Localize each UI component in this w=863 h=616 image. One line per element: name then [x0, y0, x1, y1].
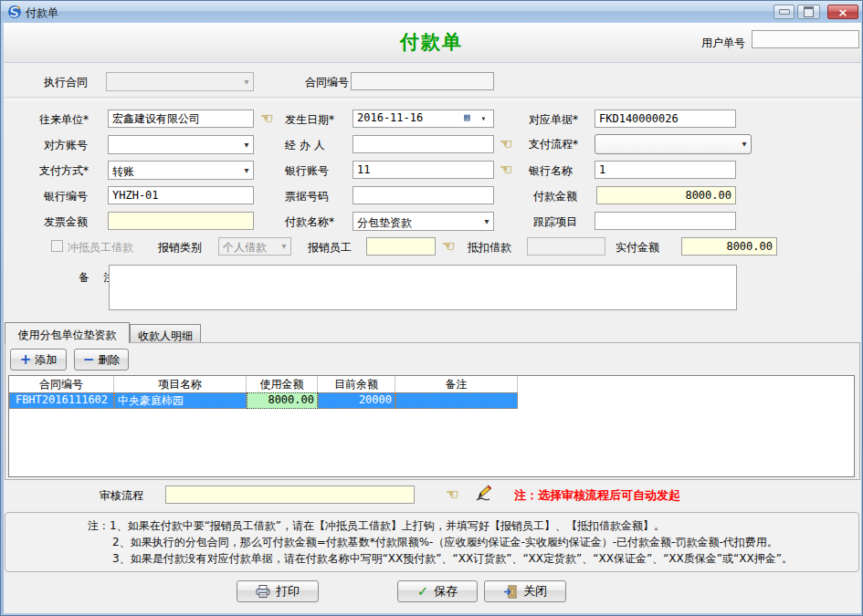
chevron-down-icon[interactable]: ▼: [244, 167, 248, 173]
table-header-project[interactable]: 项目名称: [114, 376, 247, 392]
deduct-loan-input: [527, 237, 605, 256]
cell-balance[interactable]: 20000: [318, 392, 395, 409]
chevron-down-icon[interactable]: ▼: [244, 141, 248, 148]
remark-textarea[interactable]: [109, 265, 737, 310]
door-exit-icon: [503, 585, 518, 599]
bill-no-label: 票据号码: [285, 189, 329, 204]
minimize-button[interactable]: [774, 5, 795, 19]
contract-no-label: 合同编号: [305, 75, 349, 90]
exec-contract-label: 执行合同: [44, 75, 88, 90]
table-header-remark[interactable]: 备注: [395, 376, 518, 392]
handler-input[interactable]: [353, 135, 494, 153]
track-project-label: 跟踪项目: [533, 214, 577, 230]
contract-no-input: [351, 72, 494, 90]
maximize-icon: [804, 6, 814, 17]
ref-doc-label: 对应单据*: [529, 112, 578, 128]
pay-amount-label: 付款金额: [533, 189, 577, 204]
chevron-down-icon: ▼: [244, 78, 248, 85]
counterparty-label: 往来单位*: [39, 112, 89, 128]
date-dropdown-arrow-icon[interactable]: ▼: [481, 115, 485, 121]
add-row-button[interactable]: + 添加: [10, 349, 67, 371]
opponent-account-combobox[interactable]: ▼: [108, 135, 254, 154]
ref-doc-input[interactable]: [595, 110, 736, 128]
invoice-amount-label: 发票金额: [44, 214, 88, 230]
chevron-down-icon: ▼: [281, 243, 286, 249]
minimize-icon: [779, 9, 790, 15]
deduct-loan-label: 抵扣借款: [468, 240, 511, 256]
counterparty-input[interactable]: [108, 110, 254, 128]
tab-payee-detail[interactable]: 收款人明细: [130, 324, 201, 343]
advance-table: 合同编号 项目名称 使用金额 目前余额 备注 FBHT2016111602 中央…: [8, 375, 855, 477]
audit-flow-note: 注：选择审核流程后可自动发起: [514, 487, 680, 504]
close-label: 关闭: [523, 583, 547, 600]
pay-amount-input[interactable]: [596, 186, 736, 204]
pay-method-combobox[interactable]: 转账 ▼: [108, 161, 254, 180]
chevron-down-icon[interactable]: ▼: [484, 218, 489, 224]
note-line-2: 2、如果执行的分包合同，那么可付款金额=付款基数*付款限额%-（应收履约保证金-…: [112, 535, 778, 550]
invoice-amount-input[interactable]: [108, 212, 254, 230]
close-window-button[interactable]: ×: [827, 5, 858, 19]
audit-flow-input[interactable]: [165, 485, 415, 504]
pay-name-value: 分包垫资款: [357, 216, 412, 229]
cell-remark[interactable]: [395, 392, 518, 409]
occur-date-input[interactable]: 2016-11-16 ▦ ▼: [353, 110, 494, 128]
reimburse-employee-input[interactable]: [366, 237, 436, 256]
user-no-input[interactable]: [752, 30, 859, 48]
bank-name-label: 银行名称: [529, 163, 573, 179]
pay-flow-label: 支付流程*: [529, 137, 578, 152]
print-button[interactable]: 打印: [237, 580, 319, 602]
table-header-contract-no[interactable]: 合同编号: [9, 376, 114, 392]
delete-row-button[interactable]: − 删除: [74, 349, 129, 371]
note-line-1: 注：1、如果在付款中要“报销员工借款”，请在【冲抵员工借款】上打钩，并填写好【报…: [88, 518, 665, 534]
cell-contract-no[interactable]: FBHT2016111602: [9, 392, 114, 409]
signature-pen-icon[interactable]: [475, 484, 493, 502]
note-line-3: 3、如果是付款没有对应付款单据，请在付款名称中写明“XX预付款”、“XX订货款”…: [112, 551, 793, 567]
audit-flow-label: 审核流程: [100, 488, 143, 504]
track-project-input[interactable]: [595, 212, 736, 230]
maximize-button[interactable]: [797, 5, 820, 19]
tab-label: 收款人明细: [138, 329, 193, 342]
printer-icon: [256, 585, 270, 598]
add-label: 添加: [35, 352, 57, 368]
cell-project[interactable]: 中央豪庭柿园: [114, 392, 247, 409]
window-frame-left: [1, 23, 4, 616]
counterparty-lookup-hand-icon[interactable]: ☜: [260, 111, 273, 126]
reimburse-type-value: 个人借款: [223, 241, 267, 254]
opponent-account-label: 对方账号: [44, 138, 88, 153]
reimburse-employee-lookup-hand-icon[interactable]: ☜: [442, 239, 455, 254]
offset-employee-loan-label: 冲抵员工借款: [68, 240, 133, 256]
chevron-down-icon[interactable]: ▼: [742, 141, 746, 147]
save-label: 保存: [434, 583, 458, 600]
pay-name-label: 付款名称*: [285, 214, 334, 230]
table-header-amount[interactable]: 使用金额: [247, 376, 318, 392]
minus-icon: −: [83, 353, 95, 367]
save-button[interactable]: ✓ 保存: [397, 580, 478, 602]
bill-no-input[interactable]: [353, 186, 494, 204]
bank-account-input[interactable]: [353, 161, 494, 179]
bank-name-input[interactable]: [595, 161, 736, 179]
divider: [1, 97, 863, 100]
plus-icon: +: [20, 353, 32, 367]
table-header-balance[interactable]: 目前余额: [318, 376, 395, 392]
bank-account-lookup-hand-icon[interactable]: ☜: [500, 162, 512, 177]
tab-subcontract-advance[interactable]: 使用分包单位垫资款: [5, 322, 130, 343]
calendar-icon[interactable]: ▦: [464, 111, 470, 123]
handler-label: 经 办 人: [285, 138, 325, 153]
handler-lookup-hand-icon[interactable]: ☜: [500, 137, 512, 151]
window-title: 付款单: [26, 5, 58, 21]
close-button[interactable]: 关闭: [484, 580, 566, 602]
bank-code-label: 银行编号: [44, 189, 88, 204]
offset-employee-loan-checkbox: [51, 240, 63, 252]
audit-flow-lookup-hand-icon[interactable]: ☜: [446, 487, 458, 502]
tab-label: 使用分包单位垫资款: [18, 329, 117, 341]
cell-amount[interactable]: 8000.00: [247, 392, 318, 409]
pay-method-label: 支付方式*: [39, 163, 89, 179]
pay-name-combobox[interactable]: 分包垫资款 ▼: [353, 212, 494, 231]
reimburse-type-label: 报销类别: [158, 240, 202, 256]
page-title: 付款单: [400, 29, 463, 55]
actual-amount-input[interactable]: [681, 237, 777, 256]
occur-date-value: 2016-11-16: [357, 111, 423, 124]
pay-flow-combobox[interactable]: ▼: [595, 134, 752, 154]
reimburse-employee-label: 报销员工: [308, 240, 352, 256]
bank-code-input[interactable]: [108, 186, 254, 204]
